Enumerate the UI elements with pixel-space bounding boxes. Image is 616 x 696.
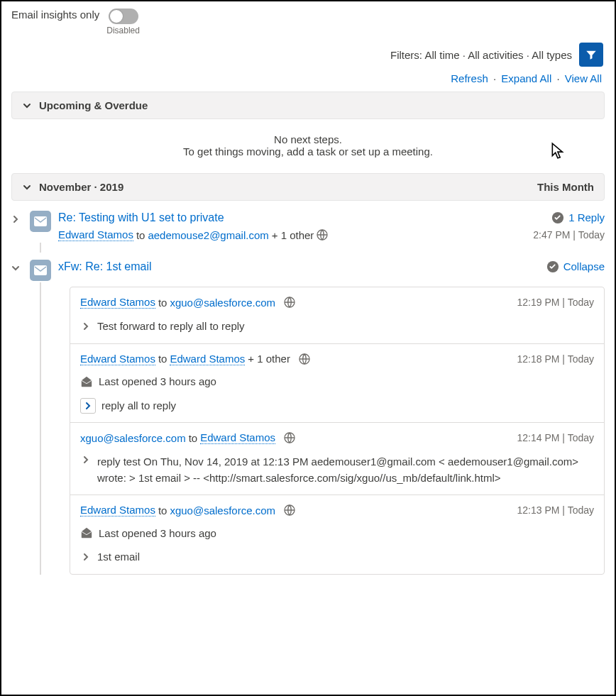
open-tracking-icon [80, 526, 93, 539]
globe-icon [284, 297, 295, 308]
toggle-state: Disabled [106, 26, 140, 35]
expand-body-0[interactable] [80, 321, 92, 333]
view-all-link[interactable]: View All [565, 72, 602, 84]
msg-opened-3: Last opened 3 hours ago [99, 527, 216, 539]
msg-time-3: 12:13 PM | Today [517, 504, 594, 516]
subject-link-0[interactable]: Re: Testing with U1 set to private [58, 211, 224, 224]
svg-rect-3 [34, 265, 47, 275]
msg-time-1: 12:18 PM | Today [517, 353, 594, 365]
collapse-icon [546, 260, 559, 273]
msg-from-3[interactable]: Edward Stamos [80, 504, 155, 517]
email-icon [30, 211, 51, 232]
msg-body-2: reply test On Thu, Nov 14, 2019 at 12:13… [97, 454, 594, 486]
from-name-0[interactable]: Edward Stamos [58, 228, 133, 241]
msg-to-0[interactable]: xguo@salesforce.com [170, 297, 275, 309]
msg-from-1[interactable]: Edward Stamos [80, 353, 155, 365]
globe-icon [317, 229, 328, 241]
email-icon [30, 260, 51, 281]
globe-icon [299, 353, 310, 365]
msg-from-2[interactable]: xguo@salesforce.com [80, 432, 186, 444]
empty-line2: To get things moving, add a task or set … [11, 145, 605, 158]
expand-body-1[interactable] [80, 398, 96, 414]
chevron-down-icon [22, 101, 32, 111]
refresh-link[interactable]: Refresh [451, 72, 488, 84]
upcoming-section-header[interactable]: Upcoming & Overdue [11, 92, 605, 119]
funnel-icon [585, 48, 598, 61]
message-1: Edward Stamos to Edward Stamos + 1 other… [70, 344, 604, 424]
filter-button[interactable] [579, 43, 603, 67]
message-2: xguo@salesforce.com to Edward Stamos12:1… [70, 423, 604, 495]
email-insights-toggle[interactable] [109, 9, 138, 24]
filters-summary: Filters: All time · All activities · All… [390, 49, 572, 61]
expand-item-0[interactable] [11, 211, 23, 226]
subject-link-1[interactable]: xFw: Re: 1st email [58, 260, 152, 273]
message-0: Edward Stamos to xguo@salesforce.com12:1… [70, 287, 604, 344]
msg-time-0: 12:19 PM | Today [517, 297, 594, 308]
msg-to-3[interactable]: xguo@salesforce.com [170, 504, 275, 517]
msg-body-3: 1st email [97, 549, 594, 565]
msg-from-0[interactable]: Edward Stamos [80, 296, 155, 309]
msg-to-1[interactable]: Edward Stamos [170, 353, 245, 365]
month-badge: This Month [537, 181, 594, 193]
toggle-label: Email insights only [11, 9, 99, 21]
msg-time-2: 12:14 PM | Today [517, 432, 594, 443]
collapse-link[interactable]: Collapse [563, 260, 605, 272]
reply-count-icon [551, 211, 564, 224]
to-addr-0[interactable]: aedemouse2@gmail.com [148, 229, 268, 241]
upcoming-title: Upcoming & Overdue [39, 99, 148, 111]
message-3: Edward Stamos to xguo@salesforce.com12:1… [70, 495, 604, 574]
empty-line1: No next steps. [11, 133, 605, 145]
open-tracking-icon [80, 375, 93, 388]
globe-icon [284, 432, 295, 443]
expand-all-link[interactable]: Expand All [501, 72, 551, 84]
collapse-item-1[interactable] [11, 260, 23, 275]
expand-body-2[interactable] [80, 454, 92, 466]
msg-to-2[interactable]: Edward Stamos [200, 431, 275, 444]
expand-body-3[interactable] [80, 551, 92, 563]
reply-count-link[interactable]: 1 Reply [568, 211, 605, 223]
chevron-down-icon [22, 182, 32, 192]
month-section-header[interactable]: November · 2019 This Month [11, 173, 605, 201]
globe-icon [284, 504, 295, 516]
msg-body-1: reply all to reply [101, 398, 594, 414]
msg-body-0: Test forward to reply all to reply [97, 319, 594, 335]
svg-rect-0 [34, 216, 47, 226]
msg-opened-1: Last opened 3 hours ago [99, 375, 216, 387]
month-title: November · 2019 [39, 181, 123, 193]
timestamp-0: 2:47 PM | Today [533, 229, 605, 241]
